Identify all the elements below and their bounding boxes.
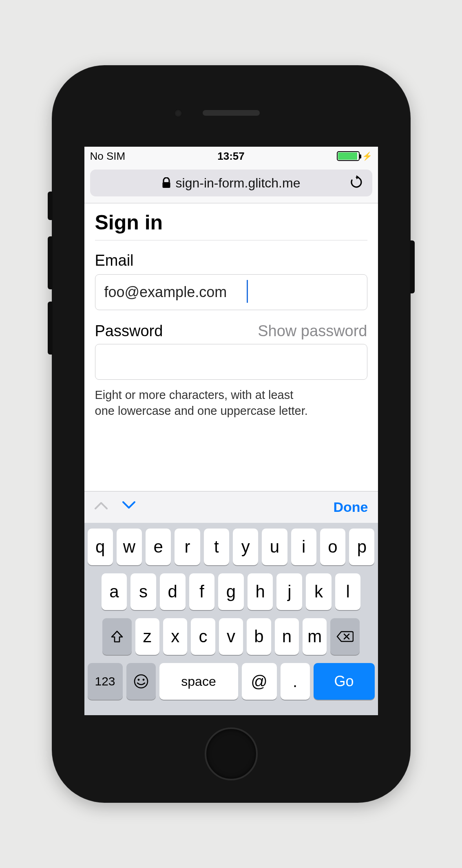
dot-key[interactable]: . bbox=[281, 663, 310, 700]
lock-icon bbox=[162, 177, 171, 189]
go-key[interactable]: Go bbox=[314, 663, 375, 700]
svg-point-1 bbox=[135, 675, 148, 688]
password-hint-line2: one lowercase and one uppercase letter. bbox=[95, 404, 308, 417]
numbers-key[interactable]: 123 bbox=[88, 663, 123, 700]
key-n[interactable]: n bbox=[275, 618, 299, 655]
browser-chrome: sign-in-form.glitch.me bbox=[84, 165, 378, 203]
volume-up-button bbox=[48, 236, 53, 289]
at-key[interactable]: @ bbox=[242, 663, 277, 700]
key-y[interactable]: y bbox=[233, 529, 258, 565]
key-v[interactable]: v bbox=[219, 618, 243, 655]
key-r[interactable]: r bbox=[175, 529, 200, 565]
key-a[interactable]: a bbox=[102, 573, 127, 610]
power-button bbox=[410, 240, 415, 293]
key-p[interactable]: p bbox=[349, 529, 374, 565]
page-content: Sign in Email Password Show password Eig… bbox=[84, 203, 378, 491]
key-x[interactable]: x bbox=[163, 618, 187, 655]
key-h[interactable]: h bbox=[248, 573, 273, 610]
prev-field-icon bbox=[94, 500, 108, 514]
charging-icon: ⚡ bbox=[362, 151, 372, 161]
key-w[interactable]: w bbox=[117, 529, 142, 565]
space-key[interactable]: space bbox=[159, 663, 238, 700]
text-caret bbox=[247, 280, 248, 303]
key-i[interactable]: i bbox=[291, 529, 316, 565]
key-g[interactable]: g bbox=[218, 573, 244, 610]
svg-point-2 bbox=[137, 679, 139, 681]
shift-key[interactable] bbox=[102, 618, 132, 655]
key-t[interactable]: t bbox=[204, 529, 229, 565]
key-j[interactable]: j bbox=[276, 573, 302, 610]
key-b[interactable]: b bbox=[247, 618, 271, 655]
done-button[interactable]: Done bbox=[334, 499, 368, 515]
key-e[interactable]: e bbox=[146, 529, 171, 565]
key-m[interactable]: m bbox=[303, 618, 327, 655]
backspace-key[interactable] bbox=[330, 618, 360, 655]
email-field[interactable] bbox=[95, 274, 367, 310]
phone-frame: No SIM 13:57 ⚡ sign-in-form.glitch.me bbox=[52, 65, 411, 803]
svg-point-3 bbox=[142, 679, 144, 681]
email-label: Email bbox=[95, 252, 367, 269]
key-c[interactable]: c bbox=[191, 618, 215, 655]
clock: 13:57 bbox=[217, 150, 245, 163]
volume-down-button bbox=[48, 302, 53, 355]
speaker-grille bbox=[203, 110, 260, 116]
key-f[interactable]: f bbox=[189, 573, 215, 610]
screen: No SIM 13:57 ⚡ sign-in-form.glitch.me bbox=[84, 147, 378, 715]
key-s[interactable]: s bbox=[130, 573, 156, 610]
mute-switch bbox=[48, 192, 53, 220]
keyboard-row-4: 123 space @ . Go bbox=[88, 663, 375, 700]
status-right: ⚡ bbox=[337, 151, 372, 161]
show-password-toggle[interactable]: Show password bbox=[258, 322, 367, 340]
status-bar: No SIM 13:57 ⚡ bbox=[84, 147, 378, 165]
reload-icon[interactable] bbox=[349, 175, 363, 191]
password-field[interactable] bbox=[95, 344, 367, 380]
password-hint: Eight or more characters, with at least … bbox=[95, 387, 367, 419]
carrier-label: No SIM bbox=[90, 150, 126, 163]
key-k[interactable]: k bbox=[306, 573, 332, 610]
address-host: sign-in-form.glitch.me bbox=[176, 176, 301, 191]
page-title: Sign in bbox=[95, 211, 367, 240]
keyboard-row-3: z x c v b n m bbox=[88, 618, 375, 655]
key-q[interactable]: q bbox=[88, 529, 113, 565]
password-label: Password bbox=[95, 322, 163, 340]
address-bar[interactable]: sign-in-form.glitch.me bbox=[90, 170, 372, 196]
home-button[interactable] bbox=[205, 727, 258, 780]
keyboard-accessory: Done bbox=[84, 491, 378, 523]
keyboard-row-2: a s d f g h j k l bbox=[88, 573, 375, 610]
next-field-icon[interactable] bbox=[122, 500, 136, 514]
key-u[interactable]: u bbox=[262, 529, 287, 565]
keyboard: q w e r t y u i o p a s d f g h j k l bbox=[84, 523, 378, 715]
svg-rect-0 bbox=[162, 182, 170, 188]
keyboard-row-1: q w e r t y u i o p bbox=[88, 529, 375, 565]
key-l[interactable]: l bbox=[335, 573, 361, 610]
key-o[interactable]: o bbox=[320, 529, 345, 565]
battery-icon bbox=[337, 151, 360, 161]
front-camera bbox=[174, 109, 182, 117]
key-d[interactable]: d bbox=[160, 573, 186, 610]
password-hint-line1: Eight or more characters, with at least bbox=[95, 388, 294, 401]
key-z[interactable]: z bbox=[135, 618, 159, 655]
emoji-key[interactable] bbox=[126, 663, 156, 700]
